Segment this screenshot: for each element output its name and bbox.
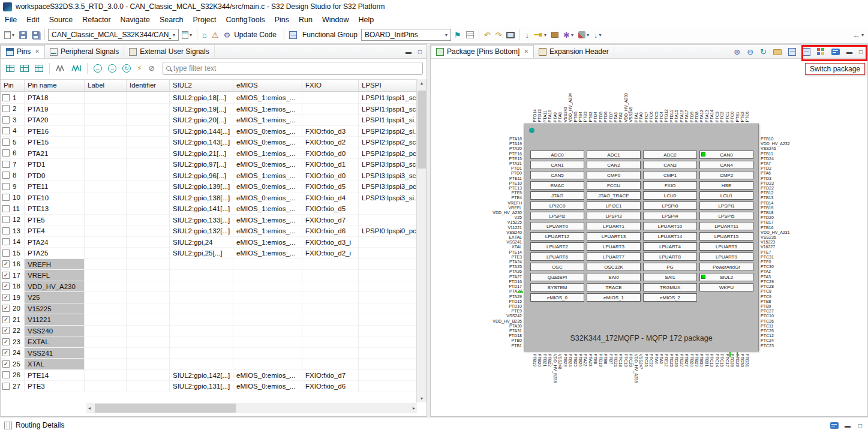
package-pin-ptb28[interactable]: PTB28 bbox=[690, 354, 694, 366]
package-pin-ptb8[interactable]: PTB8 bbox=[761, 299, 771, 303]
package-pin-ptc9[interactable]: PTC9 bbox=[761, 294, 771, 299]
tab-external-user-signals[interactable]: External User Signals bbox=[124, 45, 214, 58]
package-pin-ptb6[interactable]: PTB6 bbox=[603, 354, 608, 365]
package-pin-pte8[interactable]: PTE8 bbox=[593, 354, 597, 365]
module-lpuart13[interactable]: LPUART13 bbox=[587, 232, 641, 240]
zoom-in-button[interactable]: ⊕ bbox=[732, 47, 742, 57]
menu-pins[interactable]: Pins bbox=[270, 14, 294, 25]
tab-package-pins-bottom[interactable]: Package [Pins Bottom]✕ bbox=[431, 45, 534, 58]
module-emios-2[interactable]: eMIOS_2 bbox=[643, 293, 697, 302]
horizontal-scrollbar[interactable]: ◂ ▸ bbox=[86, 403, 417, 413]
package-pin-pta8[interactable]: PTA8 bbox=[558, 112, 562, 122]
package-pin-ptc3[interactable]: PTC3 bbox=[715, 112, 719, 122]
package-pin-vss236[interactable]: VSS236 bbox=[761, 235, 776, 239]
menu-configtools[interactable]: ConfigTools bbox=[221, 14, 269, 25]
switch-package-button[interactable] bbox=[815, 47, 827, 57]
package-pin-vdd-hv-a235[interactable]: VDD_HV_A235 bbox=[634, 354, 638, 383]
pin-checkbox[interactable] bbox=[2, 161, 10, 168]
column-header-label[interactable]: Label bbox=[85, 80, 127, 91]
package-pin-pta11[interactable]: PTA11 bbox=[543, 110, 547, 122]
package-pin-ptd23[interactable]: PTD23 bbox=[761, 181, 774, 185]
menu-source[interactable]: Source bbox=[44, 14, 78, 25]
package-pin-ptc22[interactable]: PTC22 bbox=[649, 354, 653, 367]
comment-icon[interactable] bbox=[830, 422, 839, 429]
package-pin-v15223[interactable]: V15223 bbox=[761, 240, 775, 244]
maximize-icon[interactable]: □ bbox=[416, 49, 424, 55]
pin-checkbox[interactable]: ✓ bbox=[2, 305, 10, 312]
module-hse[interactable]: HSE bbox=[699, 181, 753, 190]
package-pin-pte9[interactable]: PTE9 bbox=[511, 309, 522, 313]
package-pin-ptb9[interactable]: PTB9 bbox=[761, 304, 771, 308]
package-pin-pta3[interactable]: PTA3 bbox=[614, 112, 618, 122]
menu-project[interactable]: Project bbox=[188, 14, 221, 25]
table-row[interactable]: 13PTE4SIUL2:gpio,132[...]eMIOS_1:emios_.… bbox=[1, 225, 417, 237]
package-pin-pte13[interactable]: PTE13 bbox=[509, 186, 522, 190]
pin-checkbox[interactable] bbox=[2, 149, 10, 157]
package-pin-vss243[interactable]: VSS243 bbox=[563, 107, 567, 122]
package-pin-vrefh[interactable]: VREFH bbox=[507, 201, 522, 205]
waveform-button[interactable] bbox=[54, 63, 67, 74]
table-row[interactable]: ✓23EXTAL bbox=[1, 336, 417, 348]
quick-route-button[interactable]: ⚡ bbox=[135, 63, 144, 73]
module-can1[interactable]: CAN1 bbox=[530, 161, 584, 169]
table-row[interactable]: ✓20V15225 bbox=[1, 303, 417, 315]
new-wizard-button[interactable]: ▾ bbox=[2, 30, 16, 40]
package-pin-pte5[interactable]: PTE5 bbox=[511, 191, 522, 195]
module-lpuart6[interactable]: LPUART6 bbox=[530, 252, 584, 261]
package-pin-ptc10[interactable]: PTC10 bbox=[761, 314, 774, 318]
package-pin-vrefl[interactable]: VREFL bbox=[508, 206, 522, 210]
package-pin-ptc29[interactable]: PTC29 bbox=[761, 279, 774, 284]
package-pin-vss246[interactable]: VSS246 bbox=[761, 146, 776, 151]
scroll-up-icon[interactable]: ▴ bbox=[417, 80, 427, 86]
horizontal-scroll-thumb[interactable] bbox=[95, 404, 236, 413]
package-pin-ptd26[interactable]: PTD26 bbox=[674, 354, 678, 367]
package-pin-vdd-hv-b236[interactable]: VDD_HV_B236 bbox=[553, 354, 557, 383]
package-pin-pte15[interactable]: PTE15 bbox=[509, 157, 522, 161]
package-pin-ptc18[interactable]: PTC18 bbox=[618, 354, 623, 367]
pin-checkbox[interactable]: ✓ bbox=[2, 327, 10, 334]
pin-checkbox[interactable] bbox=[2, 205, 10, 212]
package-pin-pta27[interactable]: PTA27 bbox=[509, 275, 522, 279]
module-lpspi5[interactable]: LPSPI5 bbox=[699, 212, 753, 220]
table-row[interactable]: ✓18VDD_HV_A230 bbox=[1, 281, 417, 293]
package-pin-ptc5[interactable]: PTC5 bbox=[654, 112, 659, 122]
route-next-button[interactable]: → bbox=[106, 63, 118, 74]
module-adc0[interactable]: ADC0 bbox=[530, 151, 584, 159]
package-pin-pte10[interactable]: PTE10 bbox=[509, 181, 522, 185]
package-pin-ptc28[interactable]: PTC28 bbox=[761, 284, 774, 288]
table-row[interactable]: ✓24VSS241 bbox=[1, 348, 417, 359]
pin-checkbox[interactable] bbox=[2, 216, 10, 223]
package-pin-vss245[interactable]: VSS245 bbox=[629, 107, 633, 122]
close-icon[interactable]: ✕ bbox=[35, 49, 40, 55]
package-pin-ptb17[interactable]: PTB17 bbox=[761, 220, 773, 224]
pin-checkbox[interactable] bbox=[2, 172, 10, 179]
package-pin-ptd0[interactable]: PTD0 bbox=[511, 171, 522, 175]
package-pin-ptd20[interactable]: PTD20 bbox=[761, 215, 774, 219]
scroll-right-icon[interactable]: ▸ bbox=[413, 405, 415, 411]
package-pin-pta18[interactable]: PTA18 bbox=[509, 137, 522, 141]
package-pin-pta24[interactable]: PTA24 bbox=[509, 260, 522, 264]
package-pin-ptd5[interactable]: PTD5 bbox=[599, 112, 603, 122]
package-pin-ptd21[interactable]: PTD21 bbox=[614, 354, 618, 367]
comment-button[interactable] bbox=[830, 47, 842, 56]
pin-checkbox[interactable] bbox=[2, 194, 10, 201]
module-powerandgr[interactable]: PowerAndGr bbox=[699, 263, 753, 271]
package-pin-ptb22[interactable]: PTB22 bbox=[548, 354, 552, 366]
routing-details-tab[interactable]: Routing Details bbox=[16, 421, 64, 429]
tab-expansion-header[interactable]: Expansion Header bbox=[534, 45, 614, 58]
module-lpspi3[interactable]: LPSPI3 bbox=[587, 212, 641, 220]
package-pin-ptc8[interactable]: PTC8 bbox=[761, 289, 771, 293]
undo-button[interactable]: ↶ bbox=[482, 30, 492, 40]
package-pin-vdd-hv-a230[interactable]: VDD_HV_A230 bbox=[492, 211, 522, 215]
package-pin-pte11[interactable]: PTE11 bbox=[509, 176, 522, 181]
module-adc1[interactable]: ADC1 bbox=[587, 151, 641, 159]
column-header-identifier[interactable]: Identifier bbox=[127, 80, 170, 91]
package-pin-ptb30[interactable]: PTB30 bbox=[699, 354, 704, 366]
package-pin-v15225[interactable]: V15225 bbox=[507, 220, 522, 224]
pin-checkbox[interactable]: ✓ bbox=[2, 282, 10, 290]
console-button[interactable] bbox=[504, 31, 516, 40]
module-can3[interactable]: CAN3 bbox=[643, 161, 697, 169]
column-header-fxio[interactable]: FXIO bbox=[302, 80, 359, 91]
menu-navigate[interactable]: Navigate bbox=[116, 14, 155, 25]
package-pin-pta4[interactable]: PTA4 bbox=[654, 354, 659, 364]
